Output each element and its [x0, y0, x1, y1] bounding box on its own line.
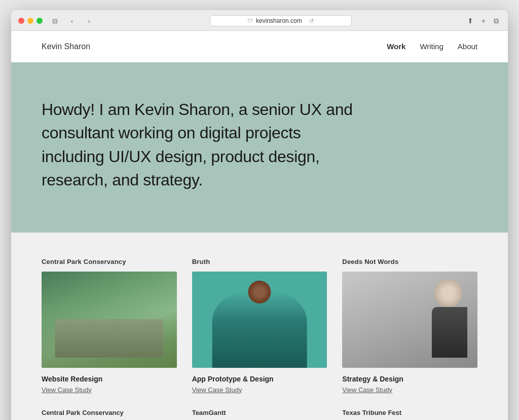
project-link-1[interactable]: View Case Study	[42, 386, 177, 394]
share-button[interactable]: ⬆	[465, 16, 475, 26]
project-link-2[interactable]: View Case Study	[192, 386, 327, 394]
site-logo[interactable]: Kevin Sharon	[42, 42, 90, 51]
website-content: Kevin Sharon Work Writing About Howdy! I…	[11, 31, 508, 420]
address-bar-area: 🛡 kevinsharon.com ↺	[101, 15, 460, 26]
projects-grid: Central Park Conservancy Website Redesig…	[42, 258, 477, 394]
work-section: Central Park Conservancy Website Redesig…	[11, 233, 508, 420]
bottom-client-1: Central Park Conservancy	[42, 409, 177, 416]
nav-link-about[interactable]: About	[458, 42, 477, 51]
project-title-2: App Prototype & Design	[192, 375, 327, 383]
browser-nav-controls: ⊟ ‹ ›	[48, 15, 96, 26]
nav-item-writing[interactable]: Writing	[420, 42, 443, 51]
traffic-lights	[18, 18, 43, 24]
bruth-image	[192, 272, 327, 368]
project-client-3: Deeds Not Words	[342, 258, 477, 265]
project-link-3[interactable]: View Case Study	[342, 386, 477, 394]
project-card-central-park: Central Park Conservancy Website Redesig…	[42, 258, 177, 394]
project-client-1: Central Park Conservancy	[42, 258, 177, 265]
project-title-3: Strategy & Design	[342, 375, 477, 383]
hero-section: Howdy! I am Kevin Sharon, a senior UX an…	[11, 62, 508, 233]
close-button[interactable]	[18, 18, 24, 24]
url-text: kevinsharon.com	[256, 17, 302, 24]
hero-text: Howdy! I am Kevin Sharon, a senior UX an…	[42, 98, 356, 192]
address-bar[interactable]: 🛡 kevinsharon.com ↺	[210, 15, 352, 26]
sidebar-toggle[interactable]: ⊟	[48, 15, 62, 26]
nav-item-work[interactable]: Work	[387, 42, 405, 51]
nav-link-writing[interactable]: Writing	[420, 42, 443, 51]
project-image-1	[42, 272, 177, 368]
project-card-deeds: Deeds Not Words Strategy & Design View C…	[342, 258, 477, 394]
project-image-2	[192, 272, 327, 368]
bottom-client-2: TeamGantt	[192, 409, 327, 416]
project-client-2: Bruth	[192, 258, 327, 265]
nav-links: Work Writing About	[387, 42, 477, 51]
maximize-button[interactable]	[36, 18, 43, 24]
deeds-image	[342, 272, 477, 368]
tab-overview-button[interactable]: ⧉	[492, 16, 501, 26]
back-button[interactable]: ‹	[65, 15, 79, 26]
refresh-icon[interactable]: ↺	[309, 18, 314, 24]
browser-window: ⊟ ‹ › 🛡 kevinsharon.com ↺ ⬆ + ⧉ Kevin Sh…	[11, 10, 508, 420]
minimize-button[interactable]	[27, 18, 33, 24]
browser-chrome: ⊟ ‹ › 🛡 kevinsharon.com ↺ ⬆ + ⧉	[11, 10, 508, 31]
forward-button[interactable]: ›	[82, 15, 96, 26]
bottom-client-3: Texas Tribune Fest	[342, 409, 477, 416]
site-navigation: Kevin Sharon Work Writing About	[11, 31, 508, 62]
security-icon: 🛡	[248, 18, 253, 24]
nav-link-work[interactable]: Work	[387, 42, 405, 51]
project-card-bruth: Bruth App Prototype & Design View Case S…	[192, 258, 327, 394]
central-park-image	[42, 272, 177, 368]
nav-item-about[interactable]: About	[458, 42, 477, 51]
projects-grid-bottom: Central Park Conservancy TeamGantt Texas…	[42, 409, 477, 416]
browser-actions: ⬆ + ⧉	[465, 16, 501, 26]
project-image-3	[342, 272, 477, 368]
project-title-1: Website Redesign	[42, 375, 177, 383]
new-tab-button[interactable]: +	[479, 16, 488, 26]
